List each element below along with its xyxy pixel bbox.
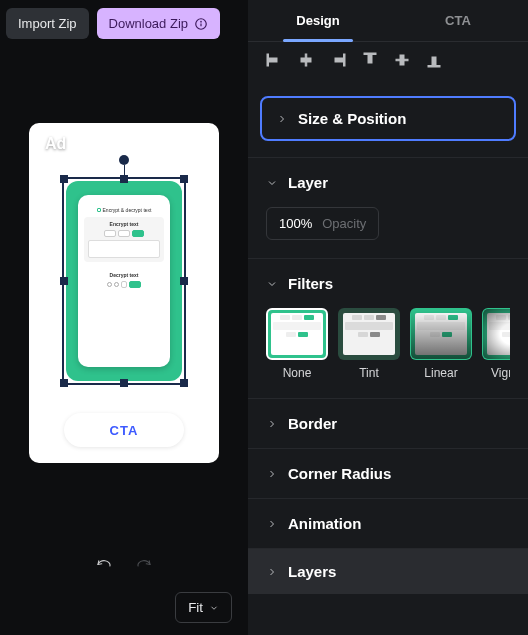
section-filters: Filters None Tint Linear Vignette <box>248 258 528 398</box>
chevron-right-icon <box>266 566 278 578</box>
fit-dropdown[interactable]: Fit <box>175 592 232 623</box>
section-size-position[interactable]: Size & Position <box>260 96 516 141</box>
top-toolbar: Import Zip Download Zip <box>0 0 248 47</box>
ad-card[interactable]: Ad Encrypt & decrypt text Encrypt text D… <box>29 123 219 463</box>
svg-rect-9 <box>364 53 376 55</box>
section-animation-head[interactable]: Animation <box>248 499 528 548</box>
svg-rect-13 <box>428 66 440 68</box>
svg-rect-12 <box>400 55 404 65</box>
svg-point-2 <box>201 21 202 22</box>
section-filters-head[interactable]: Filters <box>248 259 528 308</box>
zoom-row: Fit <box>0 584 248 635</box>
section-border: Border <box>248 398 528 448</box>
filter-vignette[interactable]: Vignette <box>482 308 510 380</box>
section-corner-radius: Corner Radius <box>248 448 528 498</box>
tab-design[interactable]: Design <box>248 0 388 41</box>
svg-rect-6 <box>301 58 311 62</box>
import-zip-button[interactable]: Import Zip <box>6 8 89 39</box>
cta-button[interactable]: CTA <box>64 413 184 447</box>
rotate-handle[interactable] <box>119 155 129 165</box>
phone-mockup[interactable]: Encrypt & decrypt text Encrypt text Decr… <box>66 181 182 381</box>
align-center-h-icon[interactable] <box>298 52 314 68</box>
opacity-input[interactable]: 100% Opacity <box>266 207 379 240</box>
chevron-down-icon <box>266 177 278 189</box>
align-left-icon[interactable] <box>266 52 282 68</box>
section-border-head[interactable]: Border <box>248 399 528 448</box>
resize-handle-br[interactable] <box>180 379 188 387</box>
align-toolbar <box>248 42 528 78</box>
filters-list: None Tint Linear Vignette <box>266 308 510 380</box>
section-layers[interactable]: Layers <box>248 548 528 594</box>
undo-redo-row <box>0 539 248 584</box>
align-bottom-icon[interactable] <box>426 52 442 68</box>
chevron-down-icon <box>209 603 219 613</box>
filter-tint[interactable]: Tint <box>338 308 400 380</box>
ad-label: Ad <box>45 135 66 153</box>
svg-rect-7 <box>344 54 346 66</box>
resize-handle-tr[interactable] <box>180 175 188 183</box>
redo-button[interactable] <box>135 557 153 578</box>
section-layer-head[interactable]: Layer <box>248 158 528 207</box>
phone-title: Encrypt & decrypt text <box>84 207 164 213</box>
svg-rect-14 <box>432 57 436 65</box>
svg-rect-3 <box>267 54 269 66</box>
filter-linear[interactable]: Linear <box>410 308 472 380</box>
chevron-right-icon <box>266 418 278 430</box>
resize-handle-bl[interactable] <box>60 379 68 387</box>
chevron-right-icon <box>266 468 278 480</box>
align-right-icon[interactable] <box>330 52 346 68</box>
inspector-panel: Design CTA Size & Position Layer 100% Op… <box>248 0 528 635</box>
fit-label: Fit <box>188 600 203 615</box>
svg-rect-10 <box>368 55 372 63</box>
download-zip-button[interactable]: Download Zip <box>97 8 221 39</box>
svg-rect-4 <box>269 58 277 62</box>
opacity-label: Opacity <box>322 216 366 231</box>
canvas-area[interactable]: Ad Encrypt & decrypt text Encrypt text D… <box>0 47 248 539</box>
chevron-right-icon <box>266 518 278 530</box>
svg-rect-8 <box>335 58 343 62</box>
align-center-v-icon[interactable] <box>394 52 410 68</box>
info-icon <box>194 17 208 31</box>
section-title: Size & Position <box>298 110 406 127</box>
resize-handle-tl[interactable] <box>60 175 68 183</box>
section-corner-radius-head[interactable]: Corner Radius <box>248 449 528 498</box>
chevron-down-icon <box>266 278 278 290</box>
phone-screen: Encrypt & decrypt text Encrypt text Decr… <box>78 195 170 367</box>
align-top-icon[interactable] <box>362 52 378 68</box>
download-zip-label: Download Zip <box>109 16 189 31</box>
section-layer: Layer 100% Opacity <box>248 157 528 258</box>
tab-cta[interactable]: CTA <box>388 0 528 41</box>
section-animation: Animation <box>248 498 528 548</box>
phone-section-decrypt: Decrypt text <box>84 268 164 292</box>
left-panel: Import Zip Download Zip Ad Encrypt & dec… <box>0 0 248 635</box>
undo-button[interactable] <box>95 557 113 578</box>
filter-none[interactable]: None <box>266 308 328 380</box>
phone-section-encrypt: Encrypt text <box>84 217 164 262</box>
opacity-value: 100% <box>279 216 312 231</box>
chevron-right-icon <box>276 113 288 125</box>
inspector-tabs: Design CTA <box>248 0 528 42</box>
